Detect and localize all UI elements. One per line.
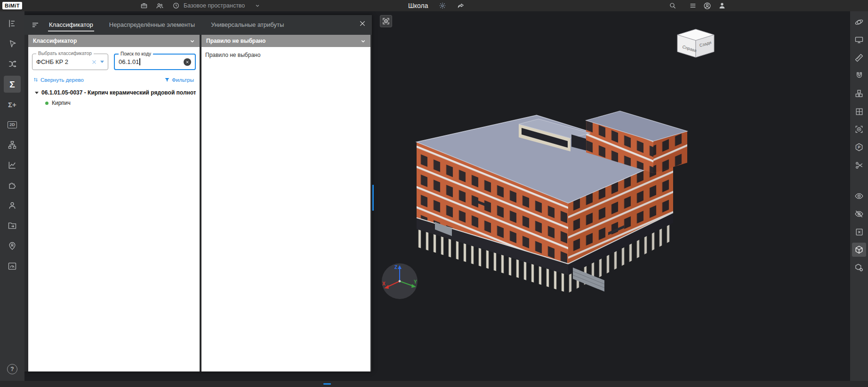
focus-target-icon[interactable] xyxy=(852,122,866,136)
magnet-icon[interactable] xyxy=(852,69,866,83)
projects-icon[interactable] xyxy=(140,2,148,10)
chevron-down-icon xyxy=(361,39,366,44)
workspace-selector-value: Базовое пространство xyxy=(184,2,245,9)
bottom-indicator xyxy=(323,383,331,385)
visibility-off-icon[interactable] xyxy=(852,207,866,221)
screen-icon[interactable] xyxy=(852,33,866,47)
panel-resize-handle[interactable] xyxy=(372,185,374,211)
section-box-icon[interactable] xyxy=(852,104,866,118)
assemblies-icon[interactable] xyxy=(852,87,866,101)
filter-funnel-icon xyxy=(164,77,170,83)
rule-empty-text: Правило не выбрано xyxy=(201,47,370,63)
classifier-section-header[interactable]: Классификатор xyxy=(28,35,200,47)
tab-classifier[interactable]: Классификатор xyxy=(48,18,94,32)
rule-section-header[interactable]: Правило не выбрано xyxy=(201,35,370,47)
filters-link[interactable]: Фильтры xyxy=(164,77,194,83)
collapse-tree-link[interactable]: Свернуть дерево xyxy=(33,77,84,83)
orbit-icon[interactable] xyxy=(852,15,866,29)
settings-gear-icon[interactable] xyxy=(439,2,447,10)
close-icon[interactable] xyxy=(359,20,366,27)
app-window: Справа Сзади Z X Y BiMiT xyxy=(0,0,868,387)
bottom-bar xyxy=(0,381,868,387)
tree-child-item[interactable]: Кирпич xyxy=(35,96,196,106)
clip-icon[interactable] xyxy=(852,158,866,172)
classifier-select-label: Выбрать классификатор xyxy=(36,51,94,56)
profile-icon[interactable] xyxy=(718,2,726,10)
scheme-icon[interactable] xyxy=(4,136,21,153)
panel-menu-icon[interactable] xyxy=(31,21,40,29)
clear-search-icon[interactable] xyxy=(184,58,191,66)
classifier-column: Классификатор Выбрать классификатор ФСНБ… xyxy=(28,35,200,371)
plugins-icon[interactable] xyxy=(4,177,21,194)
axis-gizmo[interactable]: Z X Y xyxy=(381,262,418,300)
properties-icon[interactable]: P xyxy=(852,140,866,154)
select-tool-icon[interactable] xyxy=(4,35,21,52)
user-location-icon[interactable] xyxy=(4,237,21,254)
menu-list-icon[interactable] xyxy=(689,2,697,10)
tab-unassigned-elements[interactable]: Нераспределённые элементы xyxy=(108,18,196,32)
classifier-panel: Классификатор Нераспределённые элементы … xyxy=(24,15,372,371)
account-circle-icon[interactable] xyxy=(703,2,711,10)
chevron-down-icon xyxy=(190,39,195,44)
search-icon[interactable] xyxy=(668,2,676,10)
history-icon[interactable] xyxy=(172,2,180,10)
top-bar: BiMiT Базовое пространство Школа xyxy=(0,0,868,11)
view-cube[interactable]: Справа Сзади xyxy=(675,28,716,60)
calculations-sigma-icon[interactable]: Σ xyxy=(4,76,21,93)
shared-folder-icon[interactable] xyxy=(4,217,21,234)
axis-y-label: Y xyxy=(414,279,417,284)
classifier-dropdown-icon[interactable] xyxy=(100,61,104,63)
measure-icon[interactable] xyxy=(852,51,866,65)
left-toolbar: Σ Σ+ 2D ? xyxy=(0,11,24,381)
sort-arrows-icon xyxy=(33,77,39,83)
clear-selection-icon[interactable] xyxy=(852,225,866,239)
svg-text:P: P xyxy=(858,145,860,150)
drawings-2d-icon[interactable]: 2D xyxy=(4,116,21,133)
app-logo: BiMiT xyxy=(2,2,22,9)
right-toolbar: P xyxy=(850,11,868,381)
code-search-field[interactable]: Поиск по коду 06.1.01 xyxy=(114,54,196,70)
code-search-label: Поиск по коду xyxy=(119,51,153,56)
rule-column: Правило не выбрано Правило не выбрано xyxy=(201,35,370,371)
classifier-tree: 06.1.01.05-0037 - Кирпич керамический ря… xyxy=(28,86,200,106)
tab-universal-attributes[interactable]: Универсальные атрибуты xyxy=(210,18,285,32)
panel-tab-bar: Классификатор Нераспределённые элементы … xyxy=(24,15,372,35)
axis-z-label: Z xyxy=(394,265,397,270)
axis-x-label: X xyxy=(382,281,386,286)
team-icon[interactable] xyxy=(156,2,164,10)
chevron-down-icon xyxy=(255,3,260,8)
model-settings-icon[interactable] xyxy=(852,261,866,275)
share-icon[interactable] xyxy=(457,2,465,10)
calculations-add-icon[interactable]: Σ+ xyxy=(4,96,21,113)
classifier-select-value: ФСНБ КР 2 xyxy=(36,58,89,65)
tree-node[interactable]: 06.1.01.05-0037 - Кирпич керамический ря… xyxy=(35,89,196,96)
zoom-to-fit-button[interactable] xyxy=(380,15,392,27)
charts-icon[interactable] xyxy=(4,157,21,174)
workspace-selector[interactable]: Базовое пространство xyxy=(184,2,260,9)
dashboard-icon[interactable] xyxy=(4,258,21,275)
model-structure-icon[interactable] xyxy=(4,15,21,32)
tree-expand-icon[interactable] xyxy=(35,92,39,94)
model-view-icon[interactable] xyxy=(852,243,866,257)
text-caret xyxy=(139,58,140,65)
code-search-value: 06.1.01 xyxy=(119,58,139,65)
material-dot-icon xyxy=(45,102,48,105)
clear-classifier-icon[interactable] xyxy=(91,59,97,65)
visibility-icon[interactable] xyxy=(852,189,866,203)
help-icon[interactable]: ? xyxy=(7,364,17,374)
users-icon[interactable] xyxy=(4,197,21,214)
classifier-select-field[interactable]: Выбрать классификатор ФСНБ КР 2 xyxy=(32,54,108,70)
relations-icon[interactable] xyxy=(4,55,21,72)
project-title: Школа xyxy=(408,2,428,9)
